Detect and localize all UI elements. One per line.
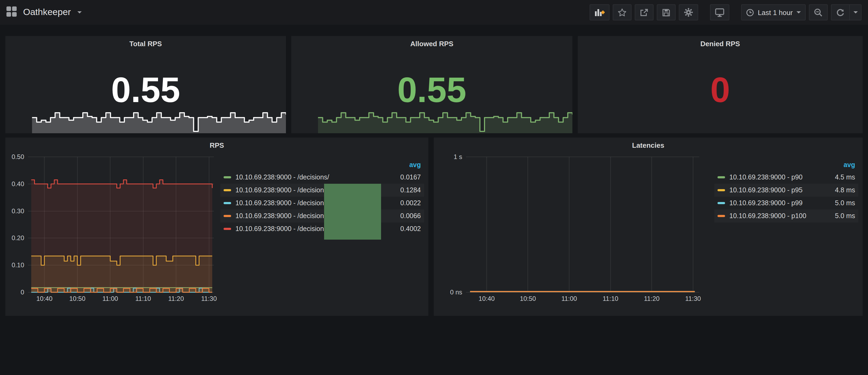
series-label: 10.10.69.238:9000 - p100 bbox=[729, 212, 806, 220]
svg-text:0.30: 0.30 bbox=[11, 207, 24, 215]
legend-avg-header[interactable]: avg bbox=[220, 159, 424, 171]
time-range-label: Last 1 hour bbox=[758, 8, 793, 17]
series-swatch[interactable] bbox=[224, 215, 231, 217]
series-label: 10.10.69.238:9000 - /decisions/ bbox=[236, 212, 329, 220]
save-icon bbox=[662, 8, 671, 17]
svg-text:11:20: 11:20 bbox=[168, 295, 184, 302]
series-avg-value: 0.0022 bbox=[388, 199, 421, 207]
svg-text:11:10: 11:10 bbox=[603, 295, 618, 302]
svg-text:0 ns: 0 ns bbox=[450, 288, 462, 296]
legend-row[interactable]: 10.10.69.238:9000 - /decisions/ 0.0022 bbox=[220, 197, 424, 210]
gear-icon bbox=[684, 7, 693, 17]
legend-row[interactable]: 10.10.69.238:9000 - /decisions/ 0.4002 bbox=[220, 222, 424, 235]
series-avg-value: 0.0167 bbox=[388, 174, 421, 181]
legend-row[interactable]: 10.10.69.238:9000 - /decisions/ 0.1284 bbox=[220, 184, 424, 197]
series-avg-value: 4.5 ms bbox=[822, 174, 855, 181]
total-rps-sparkline bbox=[5, 108, 286, 133]
series-swatch[interactable] bbox=[717, 189, 725, 191]
total-rps-value: 0.55 bbox=[5, 72, 286, 107]
legend-row[interactable]: 10.10.69.238:9000 - /decisions/ 0.0066 bbox=[220, 210, 424, 222]
rps-chart[interactable]: 00.100.200.300.400.5010:4010:5011:0011:1… bbox=[6, 153, 217, 303]
series-label: 10.10.69.238:9000 - /decisions/ bbox=[236, 186, 329, 194]
dashboard-caret-icon bbox=[78, 11, 82, 13]
series-avg-value: 5.0 ms bbox=[822, 199, 855, 207]
panel-title[interactable]: Allowed RPS bbox=[291, 40, 572, 48]
refresh-interval-dropdown[interactable] bbox=[850, 4, 862, 21]
save-button[interactable] bbox=[657, 4, 676, 21]
panel-title[interactable]: Latencies bbox=[434, 141, 863, 149]
share-button[interactable] bbox=[635, 4, 654, 21]
panel-title[interactable]: RPS bbox=[5, 141, 428, 149]
series-swatch[interactable] bbox=[224, 189, 231, 191]
refresh-button[interactable] bbox=[831, 4, 850, 21]
settings-button[interactable] bbox=[679, 4, 698, 21]
panel-allowed-rps: Allowed RPS 0.55 bbox=[291, 36, 572, 133]
svg-text:10:50: 10:50 bbox=[520, 295, 536, 302]
svg-text:11:20: 11:20 bbox=[644, 295, 659, 302]
series-avg-value: 0.0066 bbox=[388, 212, 421, 220]
allowed-rps-sparkline bbox=[291, 108, 572, 133]
legend-row[interactable]: 10.10.69.238:9000 - p100 5.0 ms bbox=[714, 210, 858, 222]
svg-text:0.50: 0.50 bbox=[11, 153, 24, 160]
green-overlay-artifact bbox=[324, 184, 381, 240]
svg-text:0: 0 bbox=[21, 288, 24, 296]
svg-text:11:10: 11:10 bbox=[135, 295, 151, 302]
add-panel-icon bbox=[594, 7, 604, 17]
panel-title[interactable]: Denied RPS bbox=[578, 40, 863, 48]
refresh-icon bbox=[836, 8, 845, 17]
series-label: 10.10.69.238:9000 - p90 bbox=[729, 174, 802, 181]
series-swatch[interactable] bbox=[224, 176, 231, 178]
denied-rps-value: 0 bbox=[578, 72, 863, 107]
cycle-view-button[interactable] bbox=[710, 4, 729, 21]
latencies-legend: avg 10.10.69.238:9000 - p90 4.5 ms 10.10… bbox=[714, 159, 858, 222]
navbar: Oathkeeper bbox=[0, 0, 868, 25]
time-picker-caret-icon bbox=[797, 11, 801, 13]
tv-icon bbox=[715, 8, 724, 17]
legend-avg-header[interactable]: avg bbox=[714, 159, 858, 171]
time-picker-button[interactable]: Last 1 hour bbox=[741, 4, 806, 21]
svg-text:0.40: 0.40 bbox=[11, 180, 24, 187]
svg-text:0.20: 0.20 bbox=[11, 234, 24, 242]
share-icon bbox=[640, 8, 649, 17]
series-label: 10.10.69.238:9000 - p99 bbox=[729, 199, 802, 207]
svg-text:10:40: 10:40 bbox=[36, 295, 53, 302]
allowed-rps-value: 0.55 bbox=[291, 72, 572, 107]
svg-text:10:50: 10:50 bbox=[69, 295, 86, 302]
svg-text:0.10: 0.10 bbox=[11, 261, 24, 269]
series-label: 10.10.69.238:9000 - /decisions/ bbox=[236, 225, 329, 232]
legend-row[interactable]: 10.10.69.238:9000 - p99 5.0 ms bbox=[714, 197, 858, 210]
panel-denied-rps: Denied RPS 0 bbox=[578, 36, 863, 133]
svg-text:11:00: 11:00 bbox=[102, 295, 118, 302]
legend-row[interactable]: 10.10.69.238:9000 - p95 4.8 ms bbox=[714, 184, 858, 197]
panel-total-rps: Total RPS 0.55 bbox=[5, 36, 286, 133]
dashboard-title[interactable]: Oathkeeper bbox=[23, 7, 71, 18]
svg-text:1 s: 1 s bbox=[454, 153, 462, 160]
zoom-out-icon bbox=[814, 8, 823, 17]
dashboards-grid-icon[interactable] bbox=[6, 6, 17, 19]
series-swatch[interactable] bbox=[717, 202, 725, 204]
svg-text:11:30: 11:30 bbox=[201, 295, 217, 302]
star-button[interactable] bbox=[613, 4, 631, 21]
svg-text:10:40: 10:40 bbox=[478, 295, 495, 302]
refresh-caret-icon bbox=[853, 11, 858, 13]
series-swatch[interactable] bbox=[224, 228, 231, 230]
series-swatch[interactable] bbox=[717, 176, 725, 178]
series-avg-value: 0.1284 bbox=[388, 186, 421, 194]
series-swatch[interactable] bbox=[224, 202, 231, 204]
series-avg-value: 0.4002 bbox=[388, 225, 421, 232]
legend-row[interactable]: 10.10.69.238:9000 - p90 4.5 ms bbox=[714, 171, 858, 184]
grafana-dashboard: Oathkeeper bbox=[0, 0, 868, 375]
panel-latencies-graph: Latencies 0 ns1 s10:4010:5011:0011:1011:… bbox=[434, 137, 863, 316]
star-icon bbox=[618, 8, 627, 17]
series-swatch[interactable] bbox=[717, 215, 725, 217]
panel-title[interactable]: Total RPS bbox=[5, 40, 286, 48]
add-panel-button[interactable] bbox=[590, 4, 610, 21]
clock-icon bbox=[746, 8, 754, 17]
zoom-out-button[interactable] bbox=[809, 4, 828, 21]
legend-row[interactable]: 10.10.69.238:9000 - /decisions/ 0.0167 bbox=[220, 171, 424, 184]
panel-rps-graph: RPS 00.100.200.300.400.5010:4010:5011:00… bbox=[5, 137, 428, 316]
series-label: 10.10.69.238:9000 - /decisions/ bbox=[236, 174, 329, 181]
svg-text:11:00: 11:00 bbox=[561, 295, 577, 302]
series-label: 10.10.69.238:9000 - p95 bbox=[729, 186, 802, 194]
latencies-chart[interactable]: 0 ns1 s10:4010:5011:0011:1011:2011:30 bbox=[438, 153, 710, 303]
